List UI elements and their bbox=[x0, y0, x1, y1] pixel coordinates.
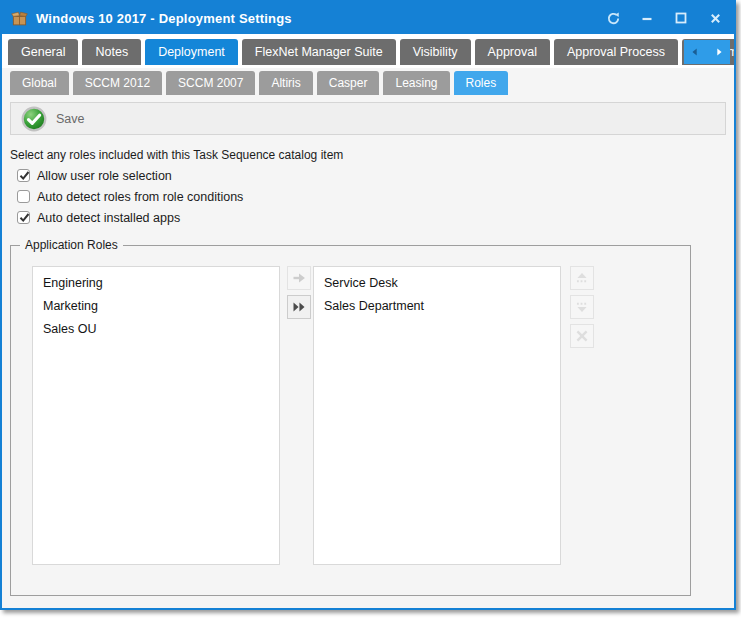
tab-visibility[interactable]: Visibility bbox=[400, 39, 471, 65]
checkbox-icon[interactable] bbox=[17, 169, 30, 182]
main-tabstrip: General Notes Deployment FlexNet Manager… bbox=[2, 34, 734, 68]
checkbox-label: Allow user role selection bbox=[37, 169, 172, 183]
move-right-button[interactable] bbox=[287, 266, 311, 290]
roles-heading: Select any roles included with this Task… bbox=[10, 148, 734, 162]
application-roles-groupbox: Application Roles Enginering Marketing S… bbox=[10, 238, 691, 596]
assigned-roles-list[interactable]: Service Desk Sales Department bbox=[313, 266, 561, 565]
maximize-icon[interactable] bbox=[672, 9, 690, 27]
move-up-icon bbox=[571, 267, 593, 289]
chevron-right-icon[interactable] bbox=[712, 45, 726, 59]
subtab-sccm-2012[interactable]: SCCM 2012 bbox=[73, 71, 162, 95]
list-item[interactable]: Sales OU bbox=[33, 318, 279, 341]
tab-approval[interactable]: Approval bbox=[475, 39, 550, 65]
tab-approval-process[interactable]: Approval Process bbox=[554, 39, 678, 65]
bottom-spacer bbox=[2, 596, 734, 614]
chevron-left-icon[interactable] bbox=[688, 45, 702, 59]
application-roles-legend: Application Roles bbox=[20, 238, 123, 252]
tab-scroller bbox=[684, 40, 730, 64]
checkbox-auto-detect-roles-from-role-conditions[interactable]: Auto detect roles from role conditions bbox=[17, 186, 734, 207]
subtab-global[interactable]: Global bbox=[10, 71, 69, 95]
deployment-settings-window: Windows 10 2017 - Deployment Settings bbox=[0, 0, 736, 610]
arrow-right-icon bbox=[288, 267, 310, 289]
list-item[interactable]: Enginering bbox=[33, 272, 279, 295]
titlebar: Windows 10 2017 - Deployment Settings bbox=[2, 2, 734, 34]
list-item[interactable]: Sales Department bbox=[314, 295, 560, 318]
subtab-casper[interactable]: Casper bbox=[317, 71, 380, 95]
subtab-roles[interactable]: Roles bbox=[454, 71, 509, 95]
checkbox-label: Auto detect installed apps bbox=[37, 211, 180, 225]
refresh-icon[interactable] bbox=[604, 9, 622, 27]
list-item[interactable]: Marketing bbox=[33, 295, 279, 318]
tab-general[interactable]: General bbox=[8, 39, 78, 65]
move-up-button[interactable] bbox=[570, 266, 594, 290]
deployment-subtabstrip: Global SCCM 2012 SCCM 2007 Altiris Caspe… bbox=[2, 68, 734, 98]
subtab-leasing[interactable]: Leasing bbox=[383, 71, 449, 95]
package-icon bbox=[11, 10, 28, 27]
window-controls bbox=[604, 9, 724, 27]
checkbox-icon[interactable] bbox=[17, 211, 30, 224]
checkbox-icon[interactable] bbox=[17, 190, 30, 203]
checkbox-auto-detect-installed-apps[interactable]: Auto detect installed apps bbox=[17, 207, 734, 228]
remove-role-button[interactable] bbox=[570, 324, 594, 348]
subtab-altiris[interactable]: Altiris bbox=[259, 71, 312, 95]
tab-notes[interactable]: Notes bbox=[82, 39, 141, 65]
tab-deployment[interactable]: Deployment bbox=[145, 39, 238, 65]
move-down-icon bbox=[571, 296, 593, 318]
double-arrow-right-icon bbox=[288, 296, 310, 318]
checkbox-allow-user-role-selection[interactable]: Allow user role selection bbox=[17, 165, 734, 186]
list-item[interactable]: Service Desk bbox=[314, 272, 560, 295]
save-label: Save bbox=[56, 112, 85, 126]
minimize-icon[interactable] bbox=[638, 9, 656, 27]
move-down-button[interactable] bbox=[570, 295, 594, 319]
checkbox-label: Auto detect roles from role conditions bbox=[37, 190, 243, 204]
x-icon bbox=[571, 325, 593, 347]
available-roles-list[interactable]: Enginering Marketing Sales OU bbox=[32, 266, 280, 565]
close-icon[interactable] bbox=[706, 9, 724, 27]
save-button[interactable]: Save bbox=[17, 104, 95, 134]
tab-flexnet-manager-suite[interactable]: FlexNet Manager Suite bbox=[242, 39, 396, 65]
green-check-circle-icon bbox=[21, 106, 47, 132]
subtab-sccm-2007[interactable]: SCCM 2007 bbox=[166, 71, 255, 95]
window-title: Windows 10 2017 - Deployment Settings bbox=[36, 11, 292, 26]
move-all-right-button[interactable] bbox=[287, 295, 311, 319]
toolbar: Save bbox=[10, 102, 726, 135]
